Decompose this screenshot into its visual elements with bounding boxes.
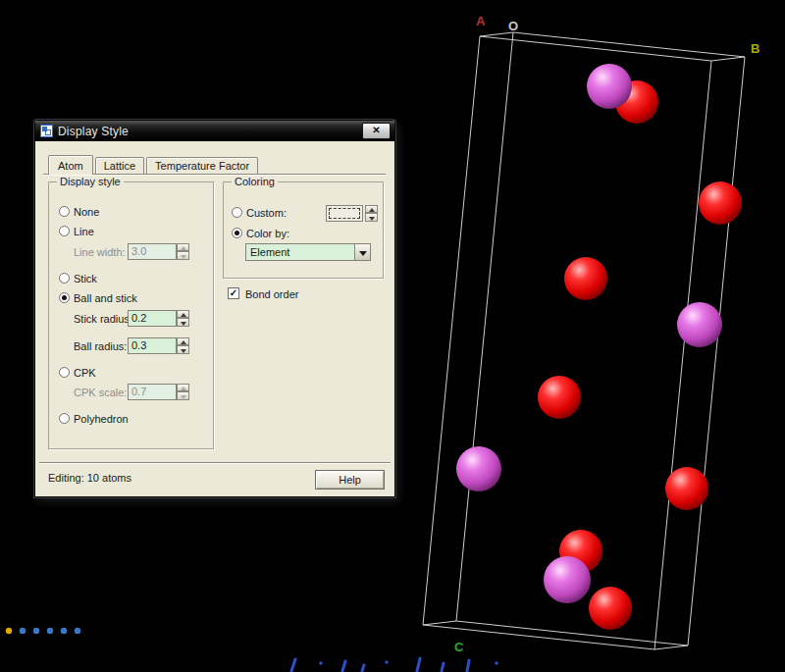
spin-up-icon[interactable] bbox=[177, 310, 189, 318]
ball-radius-spinner[interactable] bbox=[177, 337, 189, 354]
axis-label-O: O bbox=[508, 19, 518, 33]
coloring-group: Coloring Custom: Color by: Element bbox=[223, 181, 384, 279]
atom-violet[interactable] bbox=[677, 302, 722, 347]
stick-radius-field[interactable]: 0.2 bbox=[128, 310, 177, 327]
app-icon bbox=[40, 125, 53, 137]
axis-label-A: A bbox=[476, 14, 486, 28]
cell-edge bbox=[456, 621, 688, 646]
atom-red[interactable] bbox=[665, 467, 708, 510]
help-button[interactable]: Help bbox=[315, 470, 385, 490]
radio-cpk-label[interactable]: CPK bbox=[74, 367, 96, 379]
spin-down-icon[interactable] bbox=[177, 391, 189, 400]
cell-edge bbox=[480, 36, 711, 61]
atom-red[interactable] bbox=[589, 587, 632, 630]
bond-order-label[interactable]: Bond order bbox=[245, 288, 298, 300]
stick-radius-label: Stick radius: bbox=[74, 313, 132, 325]
clipped-text-fragment bbox=[319, 661, 322, 664]
cpk-scale-field[interactable]: 0.7 bbox=[128, 384, 177, 400]
radio-stick-label[interactable]: Stick bbox=[74, 273, 97, 284]
ball-radius-field[interactable]: 0.3 bbox=[128, 337, 177, 354]
spin-up-icon[interactable] bbox=[177, 384, 189, 391]
display-style-group: Display style None Line Line width: 3.0 … bbox=[48, 181, 214, 449]
dock-dot[interactable] bbox=[61, 628, 67, 634]
line-width-spinner[interactable] bbox=[177, 243, 189, 260]
chevron-down-icon bbox=[359, 251, 367, 256]
axis-label-C: C bbox=[454, 640, 464, 654]
dock-dot[interactable] bbox=[6, 628, 12, 634]
atom-red[interactable] bbox=[699, 181, 742, 225]
radio-none[interactable] bbox=[59, 206, 70, 217]
spin-down-icon[interactable] bbox=[365, 213, 378, 222]
radio-polyhedron-label[interactable]: Polyhedron bbox=[74, 413, 129, 425]
axis-label-B: B bbox=[751, 41, 759, 56]
clipped-text-fragment bbox=[417, 658, 420, 671]
dock-dots bbox=[6, 628, 80, 634]
radio-ball-and-stick[interactable] bbox=[59, 292, 70, 303]
cell-edge bbox=[654, 61, 711, 649]
coloring-group-title: Coloring bbox=[232, 176, 278, 187]
line-width-label: Line width: bbox=[74, 246, 126, 258]
status-separator bbox=[39, 462, 391, 464]
tab-strip: Atom Lattice Temperature Factor bbox=[43, 153, 386, 175]
dock-dot[interactable] bbox=[47, 628, 53, 634]
radio-none-label[interactable]: None bbox=[74, 206, 99, 218]
atom-red[interactable] bbox=[564, 257, 607, 300]
close-button[interactable]: ✕ bbox=[362, 123, 391, 139]
dialog-titlebar[interactable]: Display Style ✕ bbox=[35, 121, 394, 141]
clipped-text-fragment bbox=[442, 663, 444, 671]
dock-dot[interactable] bbox=[75, 628, 80, 634]
radio-cpk[interactable] bbox=[59, 367, 70, 378]
tab-temperature-factor[interactable]: Temperature Factor bbox=[146, 157, 258, 174]
cpk-scale-label: CPK scale: bbox=[74, 387, 127, 398]
close-icon: ✕ bbox=[372, 125, 380, 135]
spin-down-icon[interactable] bbox=[177, 345, 189, 354]
spin-up-icon[interactable] bbox=[177, 337, 189, 345]
clipped-text-fragments bbox=[291, 658, 498, 671]
radio-polyhedron[interactable] bbox=[59, 413, 70, 424]
atom-violet[interactable] bbox=[587, 64, 632, 109]
cell-edge bbox=[513, 32, 745, 57]
atom-red[interactable] bbox=[538, 376, 581, 419]
tab-atom[interactable]: Atom bbox=[48, 155, 93, 175]
spin-up-icon[interactable] bbox=[365, 205, 378, 213]
tab-lattice[interactable]: Lattice bbox=[95, 157, 144, 174]
stick-radius-spinner[interactable] bbox=[177, 310, 189, 327]
cpk-scale-spinner[interactable] bbox=[177, 384, 189, 400]
line-width-field[interactable]: 3.0 bbox=[128, 243, 177, 260]
radio-color-by[interactable] bbox=[232, 228, 242, 238]
clipped-text-fragment bbox=[385, 660, 388, 663]
custom-color-swatch[interactable] bbox=[326, 205, 363, 222]
radio-ball-and-stick-label[interactable]: Ball and stick bbox=[74, 292, 137, 304]
dock-dot[interactable] bbox=[33, 628, 39, 634]
clipped-text-fragment bbox=[291, 659, 295, 671]
spin-down-icon[interactable] bbox=[177, 251, 189, 260]
display-style-dialog: Display Style ✕ Atom Lattice Temperature… bbox=[34, 120, 395, 497]
cell-edge bbox=[711, 57, 745, 61]
bond-order-checkbox[interactable]: ✓ bbox=[228, 287, 239, 299]
radio-color-by-label[interactable]: Color by: bbox=[246, 228, 289, 239]
radio-custom[interactable] bbox=[232, 207, 242, 218]
dock-dot[interactable] bbox=[20, 628, 26, 634]
clipped-text-fragment bbox=[342, 661, 345, 671]
cell-edge bbox=[423, 36, 480, 625]
clipped-text-fragment bbox=[467, 660, 469, 671]
radio-stick[interactable] bbox=[59, 273, 70, 284]
atom-violet[interactable] bbox=[544, 556, 591, 603]
spin-up-icon[interactable] bbox=[177, 243, 189, 251]
ball-radius-label: Ball radius: bbox=[74, 340, 127, 352]
atom-violet[interactable] bbox=[456, 446, 501, 491]
radio-custom-label[interactable]: Custom: bbox=[246, 207, 287, 219]
color-by-combo[interactable]: Element bbox=[245, 243, 371, 261]
cell-edge bbox=[456, 32, 513, 621]
custom-color-spinner[interactable] bbox=[365, 205, 378, 222]
cell-edge bbox=[688, 57, 745, 646]
combo-selected-value: Element bbox=[250, 246, 289, 258]
spin-down-icon[interactable] bbox=[177, 318, 189, 327]
atoms-layer bbox=[456, 64, 742, 630]
combo-dropdown-button[interactable] bbox=[354, 244, 370, 260]
dialog-title: Display Style bbox=[58, 125, 362, 138]
clipped-text-fragment bbox=[362, 665, 364, 671]
radio-line[interactable] bbox=[59, 226, 70, 236]
dashed-marquee-icon bbox=[329, 208, 360, 219]
radio-line-label[interactable]: Line bbox=[74, 226, 94, 237]
